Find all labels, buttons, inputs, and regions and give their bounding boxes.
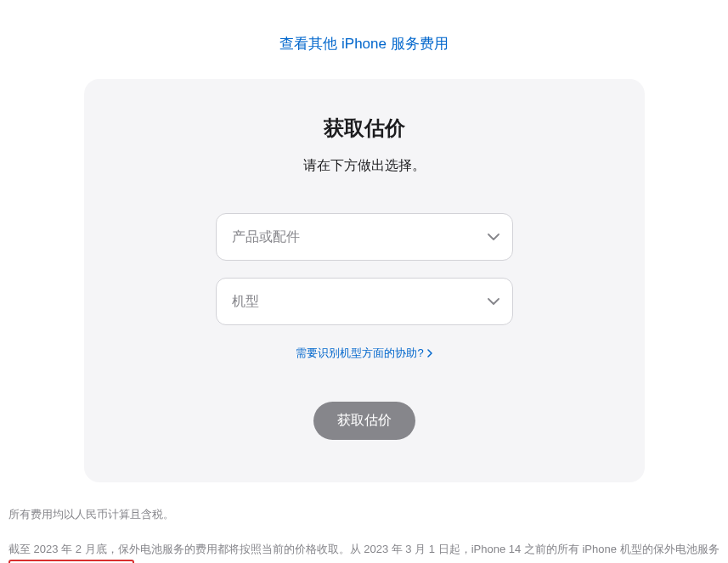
other-services-link[interactable]: 查看其他 iPhone 服务费用: [279, 36, 448, 52]
estimate-card: 获取估价 请在下方做出选择。 产品或配件 机型 需要识别机型方面的协助? 获取估…: [84, 79, 645, 482]
help-link-label: 需要识别机型方面的协助?: [296, 346, 423, 361]
footnote-price-prefix: 截至 2023 年 2 月底，保外电池服务的费用都将按照当前的价格收取。从 20…: [8, 543, 720, 555]
footnote-price-highlight: 费用将增加 RMB 169。: [8, 560, 134, 563]
footnotes: 所有费用均以人民币计算且含税。 截至 2023 年 2 月底，保外电池服务的费用…: [0, 482, 728, 563]
card-subtitle: 请在下方做出选择。: [127, 157, 602, 175]
card-title: 获取估价: [127, 115, 602, 142]
model-select[interactable]: 机型: [216, 278, 513, 325]
footnote-tax: 所有费用均以人民币计算且含税。: [8, 504, 720, 526]
footnote-price-notice: 截至 2023 年 2 月底，保外电池服务的费用都将按照当前的价格收取。从 20…: [8, 539, 720, 563]
product-select-placeholder: 产品或配件: [232, 228, 300, 246]
get-estimate-button[interactable]: 获取估价: [313, 402, 415, 440]
product-select[interactable]: 产品或配件: [216, 213, 513, 261]
chevron-right-icon: [427, 347, 432, 360]
model-select-placeholder: 机型: [232, 293, 259, 311]
identify-model-help-link[interactable]: 需要识别机型方面的协助?: [296, 346, 432, 361]
